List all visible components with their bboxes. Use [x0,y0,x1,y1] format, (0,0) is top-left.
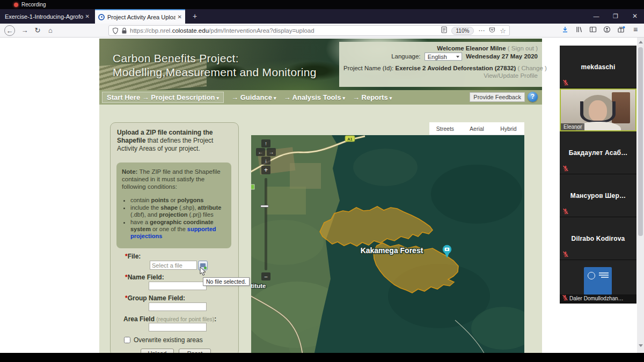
participant-tile-avatar[interactable]: Daler Domullodzhan… [560,260,636,303]
screen: Recording Exercise-1-Introducing-Agrofor… [0,0,644,362]
recording-dot-icon [14,3,18,7]
help-icon[interactable]: ? [528,92,538,102]
window-restore-button[interactable]: ❐ [606,9,625,24]
map-pan-right-button[interactable]: → [267,148,276,156]
note-text: Note: The ZIP file and the Shapefile con… [122,168,226,190]
upload-instructions: Upload a ZIP file containing the Shapefi… [117,129,232,153]
whats-new-gift-icon[interactable] [617,26,625,33]
mic-off-icon [562,294,568,301]
group-name-field-label: *Group Name Field: [125,294,185,302]
language-select[interactable]: English [425,53,462,61]
language-label: Language: [391,53,420,60]
tab-close-icon[interactable]: ✕ [178,14,182,20]
site-title: Carbon Benefits Project: Modelling,Measu… [113,51,317,79]
file-label: *File: [125,253,141,260]
participant-name: mekdaschi [560,63,636,71]
map-zoom-slider-handle[interactable] [260,205,269,208]
sidebars-icon[interactable] [589,26,597,33]
main-nav: Start Here → Project Description▾ → Guid… [99,90,542,105]
layer-aerial-button[interactable]: Aerial [461,122,493,135]
map-canvas[interactable]: A1 Kakamega Forest stitute ↑ ← → ↓ + – [251,135,524,353]
new-tab-button[interactable]: + [189,11,201,23]
map-pan-down-button[interactable]: ↓ [261,157,270,165]
pocket-icon[interactable] [489,26,495,35]
name-field-label: *Name Field: [125,274,164,281]
chevron-down-icon: ▾ [342,95,345,101]
scroll-down-arrow-icon[interactable] [639,344,643,347]
nav-item-project-description[interactable]: Start Here → Project Description▾ [102,92,224,103]
forward-button[interactable]: → [19,25,30,36]
participant-name: Eleanor [561,123,584,130]
note-box: Note: The ZIP file and the Shapefile con… [116,162,231,248]
mouse-cursor [200,267,206,276]
chevron-down-icon: ▾ [390,95,392,101]
condition-item[interactable]: have a geographic coordinate system or o… [130,219,226,240]
area-field-input[interactable] [149,323,207,331]
home-button[interactable]: ⌂ [45,25,56,36]
participant-name: Мансуров Шер… [560,192,636,200]
project-name-label: Project Name (Id): [343,65,393,71]
bookmark-star-icon[interactable]: ☆ [500,27,506,35]
condition-item: include the shape (.shp), attribute (.db… [130,204,226,218]
overwrite-checkbox[interactable] [124,337,130,343]
url-text[interactable]: https://cbp.nrel.colostate.edu/pdm/Inter… [130,27,438,34]
back-button[interactable]: ← [4,25,15,36]
scrollbar-thumb[interactable] [638,47,643,236]
condition-item: contain points or polygons [130,197,226,204]
tab-exercise-1[interactable]: Exercise-1-Introducing-Agroforestr ✕ [2,9,93,24]
nav-item-guidance[interactable]: → Guidance▾ [231,93,276,101]
participant-tile[interactable]: Dilrabo Kodirova [560,217,636,260]
reader-mode-icon[interactable] [441,26,447,35]
reload-button[interactable]: ↻ [32,25,43,36]
mic-off-icon [562,251,569,257]
recording-label: Recording [21,2,46,8]
page-actions-icon[interactable]: ⋯ [478,27,485,34]
layer-hybrid-button[interactable]: Hybrid [493,122,524,135]
participant-name: Бакдаулет Асаб… [560,149,636,157]
library-icon[interactable] [575,26,583,33]
road-badge: A1 [347,137,353,142]
nav-item-analysis-tools[interactable]: → Analysis Tools▾ [283,93,345,101]
sign-out-link[interactable]: ( Sign out ) [508,45,538,51]
page-scrollbar[interactable] [637,38,644,353]
layer-streets-button[interactable]: Streets [429,122,461,135]
view-update-profile-link[interactable]: View/Update Profile [484,72,538,79]
group-name-field-input[interactable] [149,302,207,311]
map-zoom-slider-track[interactable] [265,178,267,270]
window-close-button[interactable]: ✕ [626,9,644,24]
tab-project-activity-area-upload[interactable]: Project Activity Area Upload - ✕ [95,9,185,24]
name-field-input[interactable] [149,282,207,290]
downloads-icon[interactable] [561,26,569,33]
mic-off-icon [562,208,569,215]
menu-hamburger-icon[interactable]: ≡ [633,25,638,34]
change-project-link[interactable]: ( Change ) [518,65,547,71]
map-area-label: Kakamega Forest [361,246,423,255]
overwrite-row: Overwrite existing areas [124,336,203,344]
meeting-participants-panel: mekdaschi Eleanor Бакдаулет Асаб… Мансур… [560,46,636,304]
scroll-up-arrow-icon[interactable] [639,41,643,43]
project-name-value: Exercise 2 Avoided Deforestation (27832) [396,65,516,71]
account-icon[interactable] [603,26,611,33]
account-box: Welcome Eleanor Milne ( Sign out ) Langu… [339,42,542,87]
map-pan-left-button[interactable]: ← [256,148,265,156]
conditions-list: contain points or polygons include the s… [122,197,226,240]
map-zoom-in-button[interactable]: + [261,166,270,174]
file-input[interactable] [150,261,197,270]
tab-close-icon[interactable]: ✕ [85,13,90,19]
participant-tile[interactable]: mekdaschi [560,46,636,88]
map-pan-up-button[interactable]: ↑ [261,139,270,147]
area-field-label: Area Field (required for point files): [123,315,216,323]
participant-name-row: Daler Domullodzhan… [560,294,636,302]
provide-feedback-button[interactable]: Provide Feedback [470,92,525,102]
window-minimize-button[interactable]: — [587,9,605,24]
zoom-level-indicator[interactable]: 110% [451,27,474,35]
url-bar[interactable]: https://cbp.nrel.colostate.edu/pdm/Inter… [108,25,510,36]
participant-name: Dilrabo Kodirova [560,235,636,242]
map-zoom-out-button[interactable]: – [261,272,270,280]
tracking-shield-icon[interactable] [112,27,119,34]
participant-tile-video[interactable]: Eleanor [560,88,636,131]
participant-tile[interactable]: Мансуров Шер… [560,174,636,217]
nav-item-reports[interactable]: → Reports▾ [353,93,392,101]
padlock-icon[interactable] [121,27,127,34]
participant-tile[interactable]: Бакдаулет Асаб… [560,131,636,174]
